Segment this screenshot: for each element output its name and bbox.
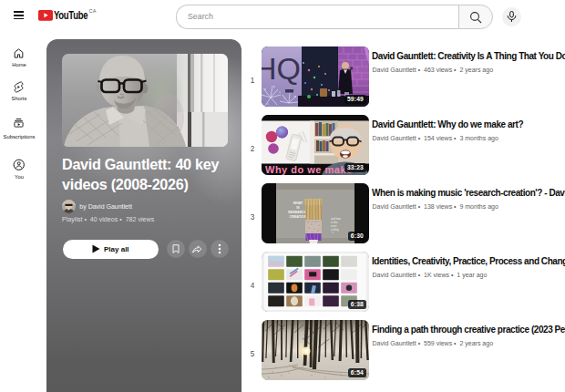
svg-text:IS: IS [296, 206, 300, 210]
svg-text:WHAT: WHAT [293, 201, 303, 205]
svg-text:CREATION: CREATION [290, 215, 307, 219]
svg-text:Why do we make: Why do we make [265, 164, 353, 175]
svg-text:HQ: HQ [262, 51, 301, 86]
